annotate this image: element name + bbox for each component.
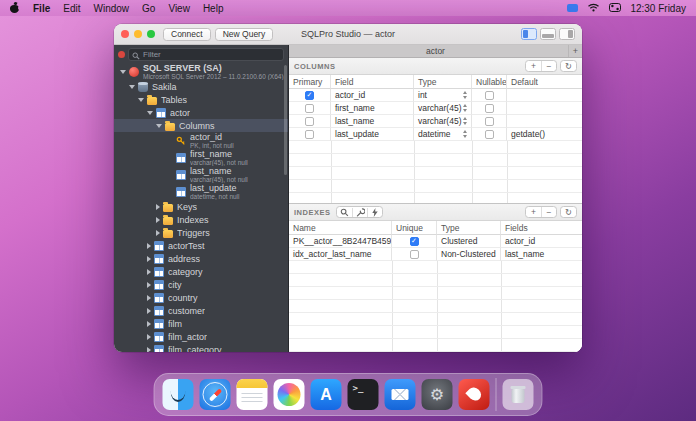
tree-item-city[interactable]: city	[114, 278, 288, 291]
header-name[interactable]: Name	[289, 221, 392, 235]
type-cell[interactable]: varchar(45)	[414, 115, 472, 128]
nullable-checkbox[interactable]	[485, 104, 494, 113]
tree-item-keys[interactable]: Keys	[114, 200, 288, 213]
header-primary[interactable]: Primary	[289, 75, 331, 89]
refresh-columns-button[interactable]: ↻	[561, 61, 576, 71]
index-row-idx-last-name[interactable]: idx_actor_last_name Non-Clustered last_n…	[289, 248, 582, 261]
app-store-icon[interactable]	[311, 379, 342, 410]
tree-item-film[interactable]: film	[114, 317, 288, 330]
index-row-pk[interactable]: PK__actor__8B2447B459AE7... Clustered ac…	[289, 235, 582, 248]
unique-checkbox[interactable]	[410, 250, 419, 259]
tree-item-sakila[interactable]: Sakila	[114, 80, 288, 93]
add-tab-button[interactable]: +	[568, 45, 582, 57]
menu-bar-clock[interactable]: 12:30 Friday	[630, 3, 686, 14]
disclosure-triangle[interactable]	[156, 204, 160, 210]
field-cell[interactable]: last_update	[331, 128, 414, 141]
primary-checkbox[interactable]	[305, 130, 314, 139]
filter-input[interactable]	[143, 50, 280, 59]
search-indexes-button[interactable]	[337, 208, 352, 217]
nullable-checkbox[interactable]	[485, 91, 494, 100]
mail-icon[interactable]	[385, 379, 416, 410]
disclosure-triangle[interactable]	[147, 347, 151, 353]
menu-window[interactable]: Window	[93, 3, 129, 14]
header-default[interactable]: Default	[507, 75, 582, 89]
toggle-bottom-panel-button[interactable]	[540, 28, 556, 40]
tree-item-actor[interactable]: actor	[114, 106, 288, 119]
notes-icon[interactable]	[237, 379, 268, 410]
close-button[interactable]	[121, 30, 129, 38]
disclosure-triangle[interactable]	[156, 217, 160, 223]
menu-view[interactable]: View	[168, 3, 190, 14]
connect-button[interactable]: Connect	[163, 28, 211, 41]
tree-item-country[interactable]: country	[114, 291, 288, 304]
header-unique[interactable]: Unique	[392, 221, 437, 235]
default-cell[interactable]	[507, 102, 582, 115]
disclosure-triangle[interactable]	[147, 295, 151, 301]
type-cell[interactable]: datetime	[414, 128, 472, 141]
type-stepper[interactable]	[461, 91, 467, 99]
header-type[interactable]: Type	[437, 221, 501, 235]
disclosure-triangle[interactable]	[138, 98, 144, 102]
photos-icon[interactable]	[274, 379, 305, 410]
default-cell[interactable]: getdate()	[507, 128, 582, 141]
nullable-checkbox[interactable]	[485, 117, 494, 126]
new-query-button[interactable]: New Query	[215, 28, 274, 41]
column-row-actor-id[interactable]: actor_id int	[289, 89, 582, 102]
disclosure-triangle[interactable]	[147, 269, 151, 275]
index-name-cell[interactable]: idx_actor_last_name	[289, 248, 392, 261]
tree-item-tables[interactable]: Tables	[114, 93, 288, 106]
disclosure-triangle[interactable]	[156, 124, 162, 128]
add-column-button[interactable]: +	[526, 61, 541, 71]
sidebar-scrollbar[interactable]	[284, 65, 287, 175]
column-row-last-name[interactable]: last_name varchar(45)	[289, 115, 582, 128]
tree-item-actortest[interactable]: actorTest	[114, 239, 288, 252]
default-cell[interactable]	[507, 115, 582, 128]
tree-item-address[interactable]: address	[114, 252, 288, 265]
header-nullable[interactable]: Nullable	[472, 75, 507, 89]
sqlpro-studio-icon[interactable]	[459, 379, 490, 410]
header-fields[interactable]: Fields	[501, 221, 582, 235]
toggle-sidebar-button[interactable]	[521, 28, 537, 40]
disclosure-triangle[interactable]	[120, 70, 126, 74]
remove-column-button[interactable]: −	[541, 61, 556, 71]
unique-checkbox[interactable]	[410, 237, 419, 246]
wifi-icon[interactable]	[587, 2, 600, 14]
tree-item-server[interactable]: SQL SERVER (SA)Microsoft SQL Server 2012…	[114, 63, 288, 80]
menu-help[interactable]: Help	[203, 3, 224, 14]
tree-item-category[interactable]: category	[114, 265, 288, 278]
disclosure-triangle[interactable]	[147, 256, 151, 262]
tree-item-indexes[interactable]: Indexes	[114, 213, 288, 226]
zoom-button[interactable]	[147, 30, 155, 38]
header-type[interactable]: Type	[414, 75, 472, 89]
field-cell[interactable]: last_name	[331, 115, 414, 128]
disclosure-triangle[interactable]	[156, 230, 160, 236]
tab-actor[interactable]: actor	[426, 46, 445, 56]
add-index-button[interactable]: +	[526, 207, 541, 217]
refresh-indexes-button[interactable]: ↻	[561, 207, 576, 217]
window-titlebar[interactable]: Connect New Query SQLPro Studio — actor	[114, 24, 582, 45]
terminal-icon[interactable]	[348, 379, 379, 410]
index-type-cell[interactable]: Non-Clustered	[437, 248, 501, 261]
trash-icon[interactable]	[503, 379, 534, 410]
type-stepper[interactable]	[461, 104, 467, 112]
system-settings-icon[interactable]	[422, 379, 453, 410]
disclosure-triangle[interactable]	[147, 308, 151, 314]
wrench-icon[interactable]	[352, 208, 367, 217]
remove-index-button[interactable]: −	[541, 207, 556, 217]
primary-checkbox[interactable]	[305, 104, 314, 113]
tree-item-actor-id[interactable]: actor_idPK, int, not null	[114, 132, 288, 149]
type-stepper[interactable]	[461, 130, 467, 138]
disclosure-triangle[interactable]	[147, 334, 151, 340]
nullable-checkbox[interactable]	[485, 130, 494, 139]
index-fields-cell[interactable]: actor_id	[501, 235, 582, 248]
type-cell[interactable]: varchar(45)	[414, 102, 472, 115]
index-fields-cell[interactable]: last_name	[501, 248, 582, 261]
finder-icon[interactable]	[163, 379, 194, 410]
type-stepper[interactable]	[461, 117, 467, 125]
menu-edit[interactable]: Edit	[63, 3, 80, 14]
apple-menu-icon[interactable]	[10, 2, 20, 14]
tree-item-first-name[interactable]: first_namevarchar(45), not null	[114, 149, 288, 166]
default-cell[interactable]	[507, 89, 582, 102]
tree-item-film-category[interactable]: film_category	[114, 343, 288, 352]
disclosure-triangle[interactable]	[129, 85, 135, 89]
